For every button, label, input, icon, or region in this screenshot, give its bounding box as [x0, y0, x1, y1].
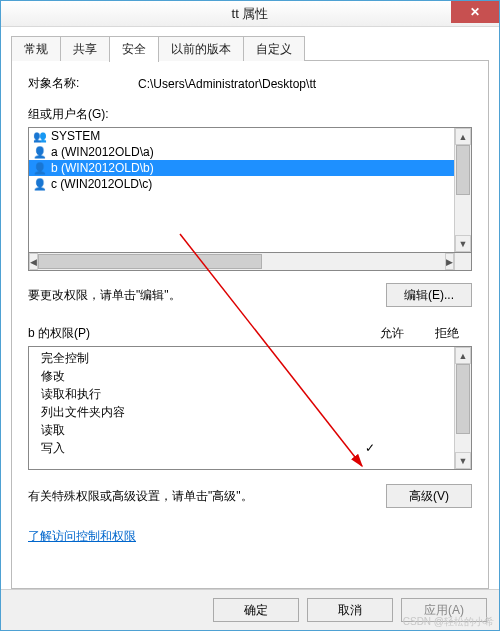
permission-row[interactable]: 读取: [29, 421, 454, 439]
allow-cell: [340, 349, 400, 367]
permission-row[interactable]: 列出文件夹内容: [29, 403, 454, 421]
scroll-down-icon[interactable]: ▼: [455, 452, 471, 469]
permission-name: 完全控制: [41, 349, 340, 367]
allow-cell: [340, 385, 400, 403]
cancel-button[interactable]: 取消: [307, 598, 393, 622]
window-title: tt 属性: [1, 5, 499, 23]
scroll-up-icon[interactable]: ▲: [455, 128, 471, 145]
deny-cell: [400, 367, 450, 385]
tab-content-security: 对象名称: C:\Users\Administrator\Desktop\tt …: [11, 61, 489, 589]
tab-sharing[interactable]: 共享: [60, 36, 110, 62]
advanced-button[interactable]: 高级(V): [386, 484, 472, 508]
properties-dialog: tt 属性 ✕ 常规 共享 安全 以前的版本 自定义 对象名称: C:\User…: [0, 0, 500, 631]
permissions-header: b 的权限(P) 允许 拒绝: [28, 325, 472, 342]
close-icon: ✕: [470, 5, 480, 19]
horizontal-scrollbar[interactable]: ◀ ▶: [28, 253, 472, 271]
edit-button[interactable]: 编辑(E)...: [386, 283, 472, 307]
list-item[interactable]: 👤 c (WIN2012OLD\c): [29, 176, 454, 192]
list-item-label: b (WIN2012OLD\b): [51, 161, 154, 175]
permission-row[interactable]: 写入✓: [29, 439, 454, 457]
permission-name: 修改: [41, 367, 340, 385]
deny-cell: [400, 349, 450, 367]
permission-name: 读取和执行: [41, 385, 340, 403]
allow-cell: ✓: [340, 439, 400, 457]
groups-label: 组或用户名(G):: [28, 106, 472, 123]
permissions-title: b 的权限(P): [28, 325, 362, 342]
allow-cell: [340, 421, 400, 439]
list-item-label: a (WIN2012OLD\a): [51, 145, 154, 159]
deny-column-header: 拒绝: [422, 325, 472, 342]
scroll-thumb[interactable]: [456, 364, 470, 434]
advanced-hint: 有关特殊权限或高级设置，请单击"高级"。: [28, 488, 386, 505]
groups-listbox[interactable]: 👥 SYSTEM 👤 a (WIN2012OLD\a) 👤 b (WIN2012…: [28, 127, 472, 253]
tab-bar: 常规 共享 安全 以前的版本 自定义: [1, 27, 499, 61]
permission-name: 写入: [41, 439, 340, 457]
object-name-label: 对象名称:: [28, 75, 138, 92]
allow-column-header: 允许: [362, 325, 422, 342]
deny-cell: [400, 421, 450, 439]
scroll-left-icon[interactable]: ◀: [29, 253, 38, 270]
apply-button[interactable]: 应用(A): [401, 598, 487, 622]
vertical-scrollbar[interactable]: ▲ ▼: [454, 347, 471, 469]
scroll-up-icon[interactable]: ▲: [455, 347, 471, 364]
user-icon: 👤: [33, 145, 47, 159]
ok-button[interactable]: 确定: [213, 598, 299, 622]
tab-previous-versions[interactable]: 以前的版本: [158, 36, 244, 62]
edit-hint: 要更改权限，请单击"编辑"。: [28, 287, 386, 304]
user-icon: 👤: [33, 177, 47, 191]
deny-cell: [400, 439, 450, 457]
tab-customize[interactable]: 自定义: [243, 36, 305, 62]
allow-cell: [340, 367, 400, 385]
permission-row[interactable]: 读取和执行: [29, 385, 454, 403]
titlebar: tt 属性 ✕: [1, 1, 499, 27]
permission-row[interactable]: 修改: [29, 367, 454, 385]
list-item-label: c (WIN2012OLD\c): [51, 177, 152, 191]
tab-general[interactable]: 常规: [11, 36, 61, 62]
permissions-listbox[interactable]: 完全控制修改读取和执行列出文件夹内容读取写入✓ ▲ ▼: [28, 346, 472, 470]
user-icon: 👤: [33, 161, 47, 175]
list-item[interactable]: 👥 SYSTEM: [29, 128, 454, 144]
deny-cell: [400, 403, 450, 421]
dialog-footer: 确定 取消 应用(A): [1, 589, 499, 630]
permission-row[interactable]: 完全控制: [29, 349, 454, 367]
scroll-down-icon[interactable]: ▼: [455, 235, 471, 252]
list-item-label: SYSTEM: [51, 129, 100, 143]
list-item[interactable]: 👤 b (WIN2012OLD\b): [29, 160, 454, 176]
object-name-value: C:\Users\Administrator\Desktop\tt: [138, 77, 472, 91]
permission-name: 列出文件夹内容: [41, 403, 340, 421]
scroll-right-icon[interactable]: ▶: [445, 253, 454, 270]
allow-cell: [340, 403, 400, 421]
system-icon: 👥: [33, 129, 47, 143]
deny-cell: [400, 385, 450, 403]
list-item[interactable]: 👤 a (WIN2012OLD\a): [29, 144, 454, 160]
tab-security[interactable]: 安全: [109, 36, 159, 62]
vertical-scrollbar[interactable]: ▲ ▼: [454, 128, 471, 252]
scroll-thumb[interactable]: [456, 145, 470, 195]
object-name-row: 对象名称: C:\Users\Administrator\Desktop\tt: [28, 75, 472, 92]
permission-name: 读取: [41, 421, 340, 439]
close-button[interactable]: ✕: [451, 1, 499, 23]
learn-more-link[interactable]: 了解访问控制和权限: [28, 528, 136, 545]
scroll-thumb[interactable]: [38, 254, 262, 269]
